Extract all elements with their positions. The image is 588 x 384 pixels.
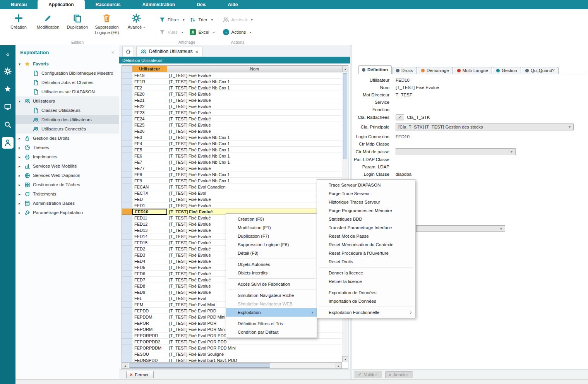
tree-expand-arrow-icon[interactable]: ▸ [19, 201, 24, 206]
header-utilisateur[interactable]: Utilisateur [132, 66, 167, 72]
user-cell[interactable]: FECTX [132, 190, 167, 196]
table-row[interactable]: FEPORPDDM [T_TEST] Fixé Evol POR PDD Min… [122, 345, 342, 351]
context-menu-item[interactable]: Détail (F8) [226, 249, 317, 257]
user-cell[interactable]: FE2 [132, 85, 167, 91]
horizontal-scroll-thumb[interactable] [129, 363, 270, 368]
sidebar-tree-item[interactable]: Utilisateurs sur DIAPASON [15, 87, 119, 96]
creation-button[interactable]: Création [4, 11, 33, 37]
name-cell[interactable]: [T_TEST] Fixé Evolué Nb Cnx 1 [167, 85, 342, 91]
scroll-up-icon[interactable] [342, 66, 348, 72]
name-cell[interactable]: [T_TEST] Fixé Evolué [167, 165, 342, 171]
tree-expand-arrow-icon[interactable]: ▸ [19, 173, 24, 178]
tree-expand-arrow-icon[interactable]: ▸ [19, 164, 24, 168]
table-row[interactable]: FE1R [T_TEST] Fixé Evolué Nb Cnx 1 [122, 79, 342, 85]
sidebar-tree-item[interactable]: Classes Utilisateurs [15, 106, 119, 115]
menubar-item[interactable]: Administration [131, 0, 186, 9]
user-cell[interactable]: FEPOR [132, 320, 167, 326]
user-cell[interactable]: FE26 [132, 128, 167, 134]
submenu-item[interactable]: Statistiques BDD [317, 215, 415, 223]
cla-principale-dropdown[interactable]: [Cla_T_STK] [T_TEST] Gestion des stocks … [396, 123, 574, 130]
row-selector-cell[interactable] [122, 264, 132, 271]
user-cell[interactable]: FE7 [132, 159, 167, 165]
sidebar-tree-item[interactable]: ▾ Utilisateurs [15, 96, 119, 106]
row-selector-cell[interactable] [122, 314, 132, 320]
row-selector-cell[interactable] [122, 202, 132, 209]
trier-button[interactable]: Trier▾ [190, 17, 214, 23]
submenu-item[interactable]: Importation de Données [317, 297, 415, 305]
context-menu-item[interactable]: Simulation Navigateur Riche [226, 291, 317, 300]
table-row[interactable]: FE5 [T_TEST] Fixé Evolué Nb Cnx 1 [122, 147, 342, 153]
menubar-item[interactable]: Dev. [186, 0, 217, 9]
menubar-item[interactable]: Raccourcis [85, 0, 132, 9]
name-cell[interactable]: [T_TEST] Fixé Evolué [167, 97, 342, 103]
submenu-item[interactable] [319, 306, 413, 308]
submenu-item[interactable]: Purge Programmes en Mémoire [317, 206, 415, 215]
row-selector-cell[interactable] [122, 134, 132, 141]
name-cell[interactable]: [T_TEST] Fixé Evolué [167, 91, 342, 97]
user-cell[interactable]: FE5 [132, 147, 167, 153]
submenu-item[interactable] [319, 286, 413, 288]
table-row[interactable]: FE21 [T_TEST] Fixé Evolué [122, 97, 342, 103]
header-nom[interactable]: Nom [167, 66, 342, 72]
name-cell[interactable]: [T_TEST] Fixé Evol Canadien [167, 184, 342, 190]
suppression-logique-button[interactable]: SuppressionLogique (F6) [92, 11, 122, 37]
table-row[interactable]: FESOU [T_TEST] Fixé Evol Souligné [122, 351, 342, 357]
user-cell[interactable]: FED15 [132, 240, 167, 246]
row-selector-cell[interactable] [122, 221, 132, 227]
name-cell[interactable]: [T_TEST] Fixé Evolué Nb Cnx 1 [167, 147, 342, 153]
user-cell[interactable]: FED2 [132, 246, 167, 252]
name-cell[interactable]: [T_TEST] Fixé Evolué Nb Cnx 1 [167, 141, 342, 147]
user-cell[interactable]: FEPORPDD [132, 333, 167, 339]
row-selector-cell[interactable] [122, 333, 132, 339]
sidebar-tree-item[interactable]: ▸ Gestionnaire de Tâches [15, 180, 119, 189]
table-row[interactable]: FE4 [T_TEST] Fixé Evolué Nb Cnx 1 [122, 141, 342, 147]
table-row[interactable]: FECAN [T_TEST] Fixé Evol Canadien [122, 184, 342, 190]
context-menu-item[interactable]: Création (F9) [226, 215, 317, 223]
row-selector-cell[interactable] [122, 227, 132, 233]
user-cell[interactable]: FE24 [132, 116, 167, 122]
user-cell[interactable]: FE25 [132, 122, 167, 128]
name-cell[interactable]: [T_TEST] Fixé Evolué [167, 128, 342, 134]
cla-rattachees-value[interactable]: Cla_T_STK [407, 115, 430, 120]
row-selector-cell[interactable] [122, 72, 132, 79]
excel-button[interactable]: X Excel▾ [190, 29, 214, 35]
name-cell[interactable]: [T_TEST] Fixé Evol [167, 190, 342, 196]
submenu-item[interactable]: Retirer la licence [317, 277, 415, 286]
row-selector-cell[interactable] [122, 97, 132, 103]
row-selector-cell[interactable] [122, 103, 132, 110]
user-cell[interactable]: FED7 [132, 277, 167, 283]
row-selector-cell[interactable] [122, 252, 132, 258]
acces-a-button[interactable]: Accès à▾ [223, 17, 253, 23]
table-row[interactable]: FED [T_TEST] Fixé Evolué [122, 196, 342, 202]
row-selector-cell[interactable] [122, 215, 132, 221]
tree-expand-arrow-icon[interactable]: ▸ [19, 136, 24, 141]
row-selector-cell[interactable] [122, 165, 132, 171]
name-cell[interactable]: [T_TEST] Fixé Evolué Nb Cnx 1 [167, 79, 342, 85]
context-menu-item[interactable]: Condition par Défaut [226, 328, 317, 336]
row-selector-cell[interactable] [122, 79, 132, 85]
search-icon[interactable] [4, 121, 12, 129]
vues-button[interactable]: Vues▾ [159, 29, 184, 35]
name-cell[interactable]: [T_TEST] Fixé Evolué Nb Cnx 1 [167, 171, 342, 178]
table-row[interactable]: FE20 [T_TEST] Fixé Evolué [122, 91, 342, 97]
table-row[interactable]: FE22 [T_TEST] Fixé Evolué [122, 103, 342, 110]
context-menu-item[interactable]: Modification (F1) [226, 223, 317, 232]
table-row[interactable]: FEUNSPDD [T_TEST] Fixé Evol bur1 Nav1 PD… [122, 357, 342, 362]
submenu-item[interactable] [319, 266, 413, 268]
name-cell[interactable]: [T_TEST] Fixé Evolué Nb Cnx 1 [167, 178, 342, 184]
row-selector-cell[interactable] [122, 240, 132, 246]
user-cell[interactable]: FECAN [132, 184, 167, 190]
user-cell[interactable]: FE8 [132, 171, 167, 178]
table-row[interactable]: FE2 [T_TEST] Fixé Evolué Nb Cnx 1 [122, 85, 342, 91]
name-cell[interactable]: [T_TEST] Fixé Evol POR PDD [167, 339, 342, 345]
sidebar-tree-item[interactable]: ▸ Administration Bases [15, 199, 119, 208]
scroll-down-icon[interactable] [342, 356, 348, 362]
row-selector-cell[interactable] [122, 171, 132, 178]
name-cell[interactable]: [T_TEST] Fixé Evol bur1 Nav1 PDD [167, 357, 342, 362]
empty-dropdown[interactable]: ▼ [416, 225, 505, 232]
user-cell[interactable]: FE19 [132, 72, 167, 79]
context-menu-item[interactable] [228, 278, 315, 279]
submenu-item[interactable]: Donner la licence [317, 269, 415, 277]
table-row[interactable]: FE23 [T_TEST] Fixé Evolué [122, 110, 342, 116]
context-menu-item[interactable] [228, 317, 315, 319]
